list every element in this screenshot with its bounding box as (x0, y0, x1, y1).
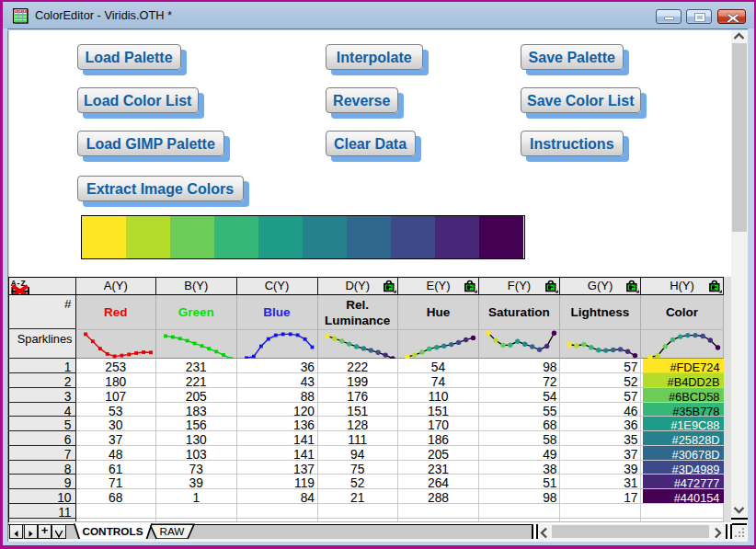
svg-text:CONTROLS: CONTROLS (82, 525, 143, 537)
svg-text:RAW: RAW (159, 525, 185, 537)
